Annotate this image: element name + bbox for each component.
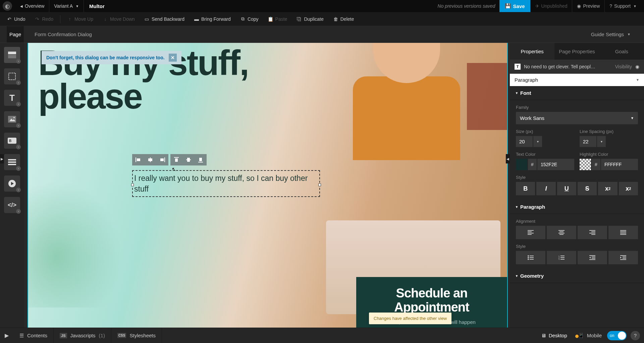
section-font-header[interactable]: ▾Font bbox=[510, 86, 644, 100]
align-bottom-button[interactable] bbox=[195, 154, 207, 165]
tab-properties[interactable]: Properties bbox=[510, 43, 554, 60]
highlight-color-swatch[interactable] bbox=[580, 159, 591, 170]
move-up-button[interactable]: ↑Move Up bbox=[63, 13, 97, 25]
svg-rect-35 bbox=[589, 233, 595, 233]
font-size-input[interactable]: 20 bbox=[516, 136, 533, 147]
list-style-label: Style bbox=[516, 244, 638, 249]
notice-close-button[interactable]: ✕ bbox=[169, 54, 177, 62]
schedule-title: Schedule an Appointment bbox=[363, 286, 500, 315]
variant-dropdown[interactable]: Variant A▼ bbox=[49, 0, 84, 12]
resize-handle-right[interactable] bbox=[318, 184, 321, 186]
align-center-button[interactable] bbox=[144, 154, 156, 165]
svg-rect-10 bbox=[8, 164, 16, 165]
text-align-justify[interactable] bbox=[608, 226, 638, 239]
svg-rect-17 bbox=[164, 157, 165, 162]
element-type-dropdown[interactable]: Paragraph▼ bbox=[510, 74, 644, 86]
help-button[interactable]: ? bbox=[631, 331, 640, 340]
svg-rect-44 bbox=[530, 257, 534, 258]
svg-rect-42 bbox=[530, 256, 534, 256]
save-icon: 💾 bbox=[505, 3, 511, 9]
undo-button[interactable]: ↶Undo bbox=[3, 13, 29, 25]
tool-text[interactable]: T› bbox=[4, 90, 20, 106]
tool-image[interactable]: › bbox=[4, 111, 20, 127]
line-spacing-stepper[interactable]: ▾ bbox=[597, 136, 606, 147]
font-size-stepper[interactable]: ▾ bbox=[533, 136, 542, 147]
font-size-label: Size (px) bbox=[516, 129, 574, 134]
canvas[interactable]: Buy my stuff, please Don't forget, this … bbox=[28, 43, 507, 328]
collapse-right-panel[interactable]: ◀ bbox=[506, 154, 510, 163]
text-color-input[interactable]: 152F2E bbox=[537, 159, 574, 170]
duplicate-button[interactable]: ⿻Duplicate bbox=[292, 13, 327, 25]
move-down-button[interactable]: ↓Move Down bbox=[99, 13, 139, 25]
tab-page-properties[interactable]: Page Properties bbox=[554, 43, 599, 60]
tool-video[interactable]: › bbox=[4, 176, 20, 192]
italic-button[interactable]: I bbox=[536, 182, 555, 195]
align-left-button[interactable] bbox=[132, 154, 144, 165]
delete-button[interactable]: 🗑Delete bbox=[329, 13, 358, 25]
visibility-link[interactable]: Visibility bbox=[615, 64, 632, 69]
redo-button[interactable]: ↷Redo bbox=[31, 13, 57, 25]
underline-button[interactable]: U bbox=[557, 182, 576, 195]
collapse-left-panel[interactable]: ▶ bbox=[0, 154, 4, 163]
svg-rect-22 bbox=[187, 158, 190, 162]
align-right-button[interactable] bbox=[156, 154, 168, 165]
paste-button[interactable]: 📋Paste bbox=[264, 13, 291, 25]
tab-page[interactable]: Page bbox=[7, 26, 24, 43]
mobile-toggle[interactable]: on bbox=[607, 331, 627, 340]
list-bullets[interactable] bbox=[516, 251, 545, 264]
text-align-left[interactable] bbox=[516, 226, 545, 239]
bring-forward-button[interactable]: ▬Bring Forward bbox=[190, 13, 235, 25]
subscript-button[interactable]: x2 bbox=[619, 182, 638, 195]
tool-custom-html[interactable]: </>› bbox=[4, 197, 20, 213]
arrow-up-icon: ↑ bbox=[67, 16, 72, 22]
align-middle-button[interactable] bbox=[182, 154, 195, 165]
visibility-eye-icon[interactable]: ◉ bbox=[635, 64, 639, 69]
svg-rect-37 bbox=[620, 230, 626, 231]
desktop-view-button[interactable]: 🖥Desktop bbox=[536, 333, 573, 338]
tab-form-confirmation[interactable]: Form Confirmation Dialog bbox=[32, 26, 95, 43]
selected-paragraph[interactable]: I really want you to buy my stuff, so I … bbox=[132, 170, 320, 197]
app-logo[interactable]: ◐ bbox=[3, 1, 12, 11]
section-paragraph-header[interactable]: ▾Paragraph bbox=[510, 200, 644, 214]
floating-align-toolbar bbox=[132, 154, 207, 165]
support-dropdown[interactable]: ?Support▼ bbox=[604, 0, 641, 12]
highlight-color-input[interactable]: FFFFFF bbox=[601, 159, 638, 170]
resize-handle-left[interactable] bbox=[131, 184, 134, 186]
indent-increase[interactable] bbox=[608, 251, 638, 264]
svg-rect-18 bbox=[160, 158, 164, 161]
indent-decrease[interactable] bbox=[578, 251, 607, 264]
superscript-button[interactable]: x2 bbox=[598, 182, 617, 195]
stylesheets-panel-button[interactable]: CSSStylesheets bbox=[111, 328, 162, 343]
text-color-swatch[interactable] bbox=[516, 159, 527, 170]
line-spacing-input[interactable]: 22 bbox=[580, 136, 596, 147]
tool-form[interactable]: › bbox=[4, 154, 20, 170]
strike-button[interactable]: S bbox=[578, 182, 597, 195]
list-numbered[interactable]: 123 bbox=[547, 251, 576, 264]
text-align-right[interactable] bbox=[578, 226, 607, 239]
tool-button[interactable]: B› bbox=[4, 133, 20, 149]
text-align-center[interactable] bbox=[547, 226, 576, 239]
svg-text:3: 3 bbox=[558, 259, 560, 260]
expand-bottom-panel[interactable]: ▶ bbox=[0, 332, 13, 339]
save-button[interactable]: 💾Save bbox=[499, 0, 530, 12]
send-backward-button[interactable]: ▭Send Backward bbox=[140, 13, 189, 25]
tool-section[interactable]: › bbox=[4, 47, 20, 63]
section-geometry-header[interactable]: ▾Geometry bbox=[510, 269, 644, 283]
contents-panel-button[interactable]: ☰Contents bbox=[13, 328, 54, 343]
copy-button[interactable]: ⧉Copy bbox=[236, 13, 263, 25]
font-family-dropdown[interactable]: Work Sans▼ bbox=[516, 112, 638, 124]
tool-config-icon: › bbox=[16, 188, 21, 192]
align-top-button[interactable] bbox=[170, 154, 182, 165]
preview-button[interactable]: ◉Preview bbox=[572, 0, 604, 12]
svg-rect-25 bbox=[528, 230, 534, 231]
tool-config-icon: › bbox=[16, 166, 21, 171]
guide-settings-dropdown[interactable]: Guide Settings▼ bbox=[591, 31, 637, 37]
tool-box[interactable]: › bbox=[4, 68, 20, 84]
tab-goals[interactable]: Goals bbox=[599, 43, 644, 60]
unpublished-button[interactable]: ✈Unpublished bbox=[530, 0, 572, 12]
overview-link[interactable]: ◀Overview bbox=[15, 0, 49, 12]
bold-button[interactable]: B bbox=[516, 182, 535, 195]
hash-label: # bbox=[592, 159, 600, 170]
javascripts-panel-button[interactable]: JSJavascripts (1) bbox=[54, 328, 111, 343]
mobile-view-button[interactable]: 📱Mobile bbox=[573, 333, 607, 339]
